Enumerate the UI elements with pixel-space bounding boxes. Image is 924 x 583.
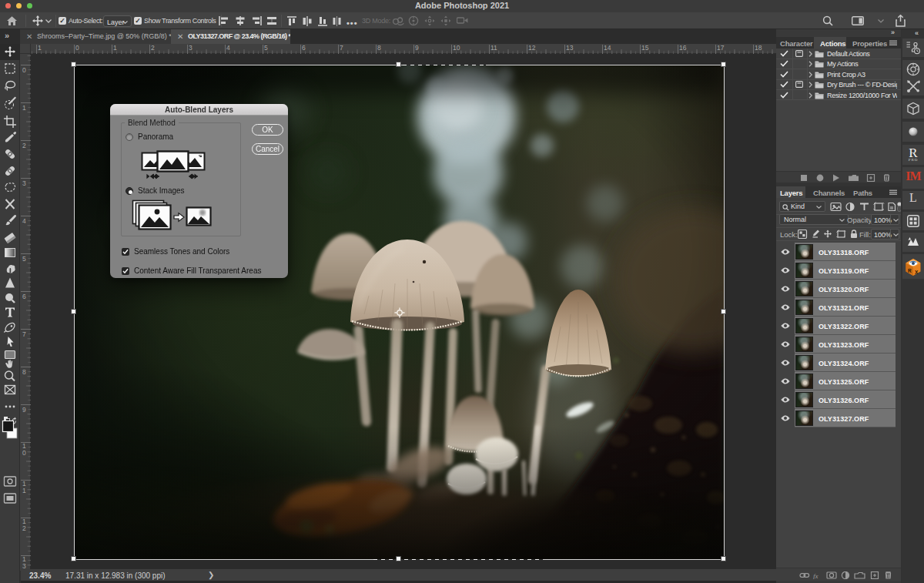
svg-text:6: 6 — [302, 44, 306, 52]
svg-text:5: 5 — [264, 44, 268, 52]
svg-text:0: 0 — [22, 66, 26, 74]
svg-text:4: 4 — [22, 217, 26, 225]
svg-text:2: 2 — [22, 142, 26, 149]
svg-text:1: 1 — [22, 104, 26, 112]
svg-text:14: 14 — [604, 44, 611, 52]
svg-text:0: 0 — [22, 449, 26, 457]
svg-text:7: 7 — [340, 44, 343, 52]
svg-text:3: 3 — [189, 44, 192, 52]
svg-text:10: 10 — [453, 44, 460, 52]
svg-text:8: 8 — [22, 368, 26, 376]
svg-text:16: 16 — [679, 44, 687, 52]
svg-text:13: 13 — [566, 44, 574, 52]
svg-text:2: 2 — [151, 44, 155, 52]
svg-text:0: 0 — [75, 44, 79, 52]
svg-text:4: 4 — [226, 44, 230, 52]
svg-text:2: 2 — [22, 524, 26, 532]
svg-text:6: 6 — [22, 293, 26, 300]
svg-text:7: 7 — [22, 330, 26, 338]
svg-text:18: 18 — [755, 44, 762, 52]
svg-text:R: R — [908, 268, 912, 273]
svg-text:9: 9 — [22, 406, 26, 414]
svg-text:X: X — [915, 270, 919, 275]
svg-text:1: 1 — [113, 44, 117, 52]
svg-text:17: 17 — [717, 44, 725, 52]
svg-text:12: 12 — [528, 44, 536, 52]
svg-text:11: 11 — [490, 44, 497, 52]
svg-text:1: 1 — [22, 487, 26, 494]
svg-text:8: 8 — [377, 44, 381, 52]
svg-text:fx: fx — [813, 572, 819, 579]
svg-text:3: 3 — [22, 179, 26, 187]
svg-text:9: 9 — [415, 44, 419, 52]
svg-text:5: 5 — [22, 255, 26, 263]
svg-text:1: 1 — [38, 44, 42, 52]
svg-text:15: 15 — [641, 44, 649, 52]
